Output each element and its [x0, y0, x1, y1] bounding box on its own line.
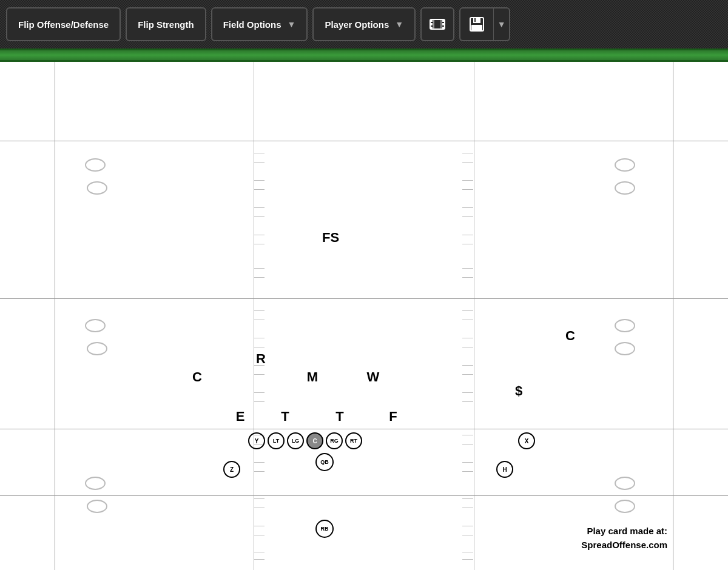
goalpost-circle-tr1 — [615, 158, 635, 172]
player-options-dropdown-icon: ▼ — [395, 19, 403, 29]
goalpost-circle-mr1 — [615, 319, 635, 332]
player-circle-QB: QB — [315, 453, 334, 471]
player-circle-RT: RT — [345, 432, 362, 449]
hash-mark — [462, 462, 473, 463]
hash-mark — [254, 338, 265, 338]
player-C-left: C — [192, 369, 202, 385]
hash-mark — [462, 268, 473, 269]
save-dropdown-arrow[interactable]: ▼ — [493, 7, 510, 41]
yard-line-3 — [0, 429, 728, 429]
hash-mark — [254, 471, 265, 472]
hash-mark — [254, 347, 265, 347]
hash-mark — [254, 392, 265, 393]
player-C-right: C — [565, 328, 575, 344]
player-circle-H: H — [496, 461, 513, 478]
goalpost-circle-tl2 — [87, 181, 107, 195]
hash-mark — [462, 153, 473, 153]
hash-mark — [254, 310, 265, 311]
player-circle-LT: LT — [268, 432, 285, 449]
hash-mark — [254, 462, 265, 463]
watermark-line2: SpreadOffense.com — [581, 538, 667, 552]
player-circle-Y: Y — [248, 432, 265, 449]
goalpost-circle-bl2 — [87, 500, 107, 513]
save-split-button[interactable]: ▼ — [459, 7, 510, 41]
yard-line-2 — [0, 298, 728, 299]
field-options-label: Field Options — [223, 19, 281, 30]
hash-mark — [254, 535, 265, 535]
save-button[interactable] — [459, 7, 493, 41]
player-dollar: $ — [515, 383, 522, 399]
field-options-dropdown-icon: ▼ — [288, 19, 296, 29]
field-options-button[interactable]: Field Options ▼ — [211, 7, 308, 41]
svg-rect-12 — [474, 18, 476, 22]
video-button[interactable] — [420, 7, 454, 41]
svg-rect-10 — [473, 18, 480, 23]
goalpost-circle-br2 — [615, 500, 635, 513]
hash-mark — [462, 310, 473, 311]
flip-offense-defense-button[interactable]: Flip Offense/Defense — [6, 7, 121, 41]
player-R: R — [256, 351, 266, 367]
film-icon — [429, 16, 446, 33]
hash-mark — [462, 374, 473, 375]
hash-mark — [254, 498, 265, 499]
hash-mark — [462, 365, 473, 366]
hash-mark — [462, 552, 473, 552]
hash-mark — [462, 444, 473, 444]
hash-mark — [254, 244, 265, 244]
goalpost-circle-tl1 — [85, 158, 106, 172]
svg-rect-1 — [430, 19, 433, 22]
player-circle-X: X — [518, 432, 535, 449]
center-left-line — [254, 62, 254, 570]
player-T-left: T — [281, 409, 289, 424]
goalpost-circle-ml1 — [85, 319, 106, 332]
hash-mark — [462, 216, 473, 217]
hash-mark — [462, 401, 473, 402]
grass-strip — [0, 49, 728, 62]
svg-rect-3 — [430, 27, 433, 29]
hash-mark — [254, 180, 265, 181]
player-circle-RG: RG — [326, 432, 343, 449]
hash-mark — [254, 552, 265, 552]
player-E: E — [236, 409, 245, 424]
watermark-line1: Play card made at: — [581, 525, 667, 538]
center-right-line — [474, 62, 474, 570]
hash-mark — [462, 471, 473, 472]
player-options-label: Player Options — [325, 19, 389, 30]
player-circle-LG: LG — [287, 432, 304, 449]
svg-rect-5 — [430, 23, 433, 25]
hash-mark — [254, 559, 265, 560]
hash-mark — [254, 162, 265, 163]
hash-mark — [462, 244, 473, 244]
goalpost-circle-tr2 — [615, 181, 635, 195]
flip-strength-button[interactable]: Flip Strength — [126, 7, 206, 41]
svg-rect-4 — [442, 27, 445, 29]
hash-mark — [462, 347, 473, 347]
svg-rect-6 — [442, 23, 445, 25]
yard-line-4 — [0, 495, 728, 496]
hash-mark — [254, 374, 265, 375]
hash-mark — [254, 526, 265, 526]
hash-mark — [462, 498, 473, 499]
hash-mark — [462, 162, 473, 163]
goalpost-circle-ml2 — [87, 342, 107, 355]
toolbar: Flip Offense/Defense Flip Strength Field… — [0, 0, 728, 49]
hash-mark — [254, 508, 265, 508]
yard-line-1 — [0, 141, 728, 141]
hash-mark — [462, 235, 473, 235]
hash-mark — [462, 435, 473, 435]
player-FS: FS — [322, 230, 339, 246]
football-field: const fieldEl = document.getElementById(… — [0, 62, 728, 570]
hash-mark — [254, 216, 265, 217]
goalpost-circle-br1 — [615, 477, 635, 490]
hash-mark — [462, 392, 473, 393]
player-circle-C: C — [306, 432, 323, 449]
sideline-right — [673, 62, 673, 570]
goalpost-circle-bl1 — [85, 477, 106, 490]
hash-mark — [254, 401, 265, 402]
hash-mark — [462, 508, 473, 508]
player-options-button[interactable]: Player Options ▼ — [312, 7, 416, 41]
hash-mark — [462, 338, 473, 338]
goalpost-circle-mr2 — [615, 342, 635, 355]
hash-mark — [462, 535, 473, 535]
hash-mark — [254, 189, 265, 190]
